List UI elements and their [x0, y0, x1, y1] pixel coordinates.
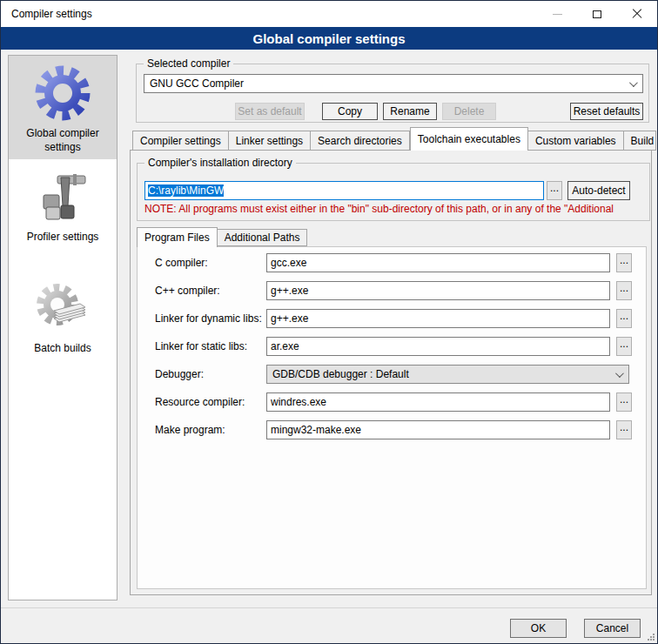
- field-label: Linker for static libs:: [155, 340, 265, 352]
- close-icon: [632, 9, 642, 19]
- auto-detect-button[interactable]: Auto-detect: [567, 181, 630, 200]
- blue-gear-icon: [34, 64, 91, 122]
- minimize-button[interactable]: [537, 1, 577, 27]
- installation-directory-group: Compiler's installation directory C:\ray…: [137, 163, 650, 221]
- bin-subdirectory-note: NOTE: All programs must exist either in …: [144, 203, 648, 215]
- compiler-actions: Set as defaultCopyRenameDeleteReset defa…: [144, 103, 643, 120]
- copy-button[interactable]: Copy: [322, 103, 378, 120]
- program-files-tabstrip: Program FilesAdditional Paths: [137, 226, 307, 246]
- sidebar-item-batch-builds[interactable]: Batch builds: [9, 271, 117, 361]
- chevron-down-icon: [615, 369, 624, 378]
- field-row-c-compiler: C compiler:...: [138, 253, 648, 272]
- caption-buttons: [537, 1, 657, 27]
- tab-search-directories[interactable]: Search directories: [311, 131, 410, 151]
- tab-toolchain-executables[interactable]: Toolchain executables: [410, 127, 528, 151]
- selected-compiler-label: Selected compiler: [144, 57, 233, 70]
- close-button[interactable]: [617, 1, 657, 27]
- profiler-caliper-icon: [34, 168, 91, 225]
- compiler-select[interactable]: GNU GCC Compiler: [144, 74, 643, 93]
- sidebar-item-label: Profiler settings: [24, 229, 103, 250]
- installation-directory-browse-button[interactable]: ...: [547, 181, 562, 200]
- field-label: Make program:: [155, 424, 265, 436]
- sidebar-item-global-compiler-settings[interactable]: Global compiler settings: [9, 56, 117, 159]
- program-files-panel: C compiler:...C++ compiler:...Linker for…: [137, 246, 647, 589]
- toolchain-executables-page: Compiler's installation directory C:\ray…: [130, 150, 652, 595]
- make-program-browse-button[interactable]: ...: [616, 420, 632, 439]
- tab-build-options[interactable]: Build options: [624, 131, 656, 151]
- make-program-input[interactable]: [266, 420, 610, 439]
- tab-linker-settings[interactable]: Linker settings: [229, 131, 311, 151]
- resource-compiler-input[interactable]: [266, 392, 610, 412]
- title-bar: Compiler settings: [1, 1, 657, 27]
- c-compiler-browse-button[interactable]: ...: [616, 281, 632, 300]
- minimize-icon: [553, 14, 562, 15]
- cancel-button[interactable]: Cancel: [584, 619, 641, 638]
- selected-compiler-group: Selected compiler GNU GCC Compiler Set a…: [136, 64, 649, 123]
- ok-button[interactable]: OK: [510, 619, 567, 638]
- maximize-button[interactable]: [577, 1, 617, 27]
- tab-custom-variables[interactable]: Custom variables: [528, 131, 624, 151]
- field-label: Linker for dynamic libs:: [155, 312, 265, 325]
- window-title: Compiler settings: [1, 8, 92, 20]
- dialog-footer: OK Cancel: [1, 607, 657, 643]
- linker-for-dynamic-libs-browse-button[interactable]: ...: [616, 309, 632, 328]
- dialog-header: Global compiler settings: [1, 27, 657, 50]
- field-label: Resource compiler:: [155, 396, 265, 408]
- field-label: C++ compiler:: [155, 285, 265, 297]
- sidebar-item-profiler-settings[interactable]: Profiler settings: [9, 159, 117, 250]
- subtab-additional-paths[interactable]: Additional Paths: [218, 229, 308, 246]
- resize-grip[interactable]: [648, 634, 655, 641]
- c-compiler-browse-button[interactable]: ...: [616, 253, 632, 272]
- rename-button[interactable]: Rename: [383, 103, 437, 120]
- main-tabstrip: Compiler settingsLinker settingsSearch d…: [132, 127, 658, 151]
- field-row-debugger: Debugger:GDB/CDB debugger : Default: [138, 365, 648, 384]
- installation-directory-row: C:\raylib\MinGW ... Auto-detect: [144, 181, 644, 200]
- dialog-body: Global compiler settingsProfiler setting…: [1, 50, 657, 643]
- field-row-linker-for-dynamic-libs: Linker for dynamic libs:...: [138, 309, 648, 328]
- sidebar-item-label: Global compiler settings: [9, 125, 117, 159]
- tab-compiler-settings[interactable]: Compiler settings: [132, 131, 229, 151]
- field-row-linker-for-static-libs: Linker for static libs:...: [138, 337, 648, 356]
- field-row-c-compiler: C++ compiler:...: [138, 281, 648, 300]
- resource-compiler-browse-button[interactable]: ...: [616, 392, 632, 412]
- maximize-icon: [593, 10, 601, 18]
- field-label: C compiler:: [155, 257, 265, 269]
- settings-category-sidebar: Global compiler settingsProfiler setting…: [8, 55, 118, 600]
- installation-directory-value: C:\raylib\MinGW: [148, 184, 224, 197]
- subtab-program-files[interactable]: Program Files: [137, 227, 218, 247]
- gray-gear-stack-icon: [34, 279, 91, 337]
- linker-for-dynamic-libs-input[interactable]: [266, 309, 610, 328]
- debugger-select[interactable]: GDB/CDB debugger : Default: [266, 365, 629, 384]
- delete-button: Delete: [442, 103, 496, 120]
- reset-defaults-button[interactable]: Reset defaults: [570, 103, 643, 120]
- compiler-settings-dialog: Compiler settings Global compiler settin…: [0, 0, 658, 644]
- installation-directory-input[interactable]: C:\raylib\MinGW: [144, 181, 544, 200]
- linker-for-static-libs-browse-button[interactable]: ...: [616, 337, 632, 356]
- sidebar-item-label: Batch builds: [30, 340, 94, 361]
- c-compiler-input[interactable]: [266, 281, 610, 300]
- installation-directory-label: Compiler's installation directory: [144, 157, 296, 169]
- c-compiler-input[interactable]: [266, 253, 610, 272]
- chevron-down-icon: [629, 78, 638, 87]
- compiler-select-value: GNU GCC Compiler: [150, 77, 244, 90]
- linker-for-static-libs-input[interactable]: [266, 337, 610, 356]
- field-value: GDB/CDB debugger : Default: [272, 368, 409, 380]
- field-row-resource-compiler: Resource compiler:...: [138, 392, 648, 412]
- field-row-make-program: Make program:...: [138, 420, 648, 439]
- field-label: Debugger:: [155, 368, 265, 380]
- set-as-default-button: Set as default: [235, 103, 305, 120]
